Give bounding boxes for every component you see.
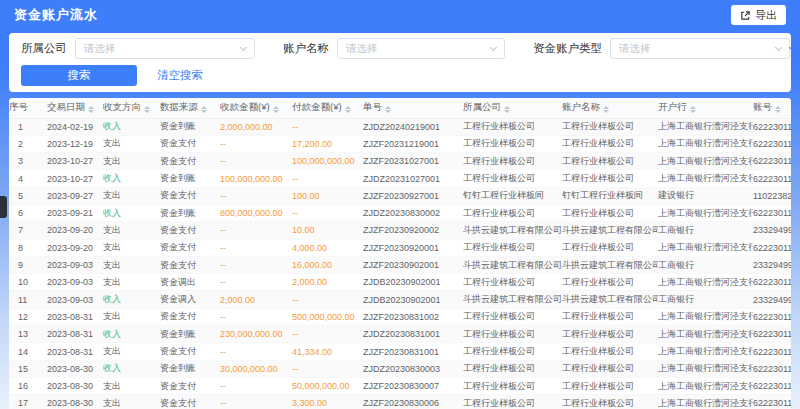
account-name-select[interactable]: 请选择 (337, 38, 505, 59)
table-row[interactable]: 6 2023-09-21 收入 资金到账 800,000,000.00 -- Z… (9, 204, 791, 221)
column-header[interactable]: 单号 (363, 98, 463, 118)
cell-date: 2023-09-03 (47, 274, 103, 291)
cell-order-no: ZJZF20230902001 (363, 256, 463, 273)
company-select[interactable]: 请选择 (75, 38, 255, 59)
column-header-label: 收支方向 (103, 101, 141, 112)
column-header-label: 所属公司 (463, 101, 501, 112)
clear-search-button[interactable]: 清空搜索 (157, 68, 203, 83)
table-row[interactable]: 14 2023-08-31 支出 资金支付 -- 41,334.00 ZJZF2… (9, 343, 791, 360)
table-row[interactable]: 1 2024-02-19 收入 资金到账 2,000,000.00 -- ZJD… (9, 118, 791, 135)
cell-pay-amount: -- (292, 326, 363, 343)
cell-date: 2023-09-03 (47, 256, 103, 273)
cell-index: 10 (9, 274, 47, 291)
sort-icon[interactable] (504, 106, 510, 113)
sort-icon[interactable] (690, 106, 696, 113)
sort-icon[interactable] (144, 106, 150, 113)
column-header[interactable]: 所属公司 (463, 98, 562, 118)
direction-badge: 支出 (103, 242, 121, 252)
sort-icon[interactable] (603, 106, 609, 113)
table-row[interactable]: 17 2023-08-30 支出 资金支付 -- 3,300.00 ZJZF20… (9, 395, 791, 409)
table-row[interactable]: 3 2023-10-27 支出 资金支付 -- 100,000,000.00 Z… (9, 153, 791, 170)
column-header[interactable]: 收支方向 (103, 98, 160, 118)
cell-receive-amount: 2,000,000.00 (220, 118, 292, 135)
filter-account-name: 账户名称 请选择 (283, 38, 505, 59)
cell-source: 资金到账 (160, 360, 220, 377)
account-type-select[interactable]: 请选择 (610, 38, 790, 59)
column-header[interactable]: 交易日期 (47, 98, 103, 118)
cell-account-no: 622230111 (753, 377, 791, 394)
cell-bank: 上海工商银行漕河泾支行 (658, 360, 753, 377)
column-header[interactable]: 收款金额(¥) (220, 98, 292, 118)
cell-bank: 上海工商银行漕河泾支行 (658, 135, 753, 152)
sort-icon[interactable] (88, 106, 94, 113)
column-header[interactable]: 账号 (753, 98, 791, 118)
sort-icon[interactable] (385, 106, 391, 113)
column-header[interactable]: 账户名称 (562, 98, 658, 118)
table-row[interactable]: 4 2023-10-27 收入 资金到账 100,000,000.00 -- Z… (9, 170, 791, 187)
table-row[interactable]: 10 2023-09-03 支出 资金调出 -- 2,000.00 ZJDB20… (9, 274, 791, 291)
direction-badge: 收入 (103, 208, 121, 218)
direction-badge: 支出 (103, 381, 121, 391)
cell-direction: 支出 (103, 256, 160, 273)
cell-source: 资金支付 (160, 343, 220, 360)
cell-direction: 收入 (103, 360, 160, 377)
cell-direction: 支出 (103, 153, 160, 170)
sort-icon[interactable] (201, 106, 207, 113)
column-header-label: 账户名称 (562, 101, 600, 112)
cell-date: 2023-09-20 (47, 222, 103, 239)
cell-pay-amount: 10.00 (292, 222, 363, 239)
filter-account-type: 资金账户类型 请选择 (533, 38, 790, 59)
account-name-placeholder: 请选择 (346, 42, 378, 56)
cell-receive-amount: -- (220, 395, 292, 409)
cell-account-no: 622230111 (753, 118, 791, 135)
expand-filters-link[interactable]: 展开筛选 (790, 41, 800, 56)
table-row[interactable]: 13 2023-08-31 收入 资金到账 230,000,000.00 -- … (9, 326, 791, 343)
export-button[interactable]: 导出 (731, 5, 786, 25)
cell-pay-amount: -- (292, 118, 363, 135)
cell-index: 2 (9, 135, 47, 152)
table-row[interactable]: 7 2023-09-20 支出 资金支付 -- 10.00 ZJZF202309… (9, 222, 791, 239)
table-row[interactable]: 16 2023-08-30 支出 资金支付 -- 50,000,000.00 Z… (9, 377, 791, 394)
cell-account-name: 工程行业样板公司 (562, 239, 658, 256)
cell-pay-amount: 100.00 (292, 187, 363, 204)
table-row[interactable]: 11 2023-09-03 收入 资金调入 2,000.00 -- ZJDB20… (9, 291, 791, 308)
side-float-tab[interactable] (0, 196, 7, 218)
direction-badge: 支出 (103, 156, 121, 166)
direction-badge: 支出 (103, 346, 121, 356)
cell-receive-amount: 230,000,000.00 (220, 326, 292, 343)
cell-account-no: 622230111 (753, 308, 791, 325)
cell-date: 2023-10-27 (47, 153, 103, 170)
sort-icon[interactable] (345, 106, 351, 113)
cell-receive-amount: -- (220, 343, 292, 360)
column-header[interactable]: 开户行 (658, 98, 753, 118)
cell-bank: 上海工商银行漕河泾支行 (658, 239, 753, 256)
cell-order-no: ZJDZ20230831001 (363, 326, 463, 343)
table-row[interactable]: 15 2023-08-30 收入 资金到账 30,000,000.00 -- Z… (9, 360, 791, 377)
sort-icon[interactable] (775, 106, 781, 113)
cell-account-no: 622230111 (753, 204, 791, 221)
company-label: 所属公司 (21, 41, 67, 56)
search-button[interactable]: 搜索 (21, 65, 137, 86)
column-header[interactable]: 付款金额(¥) (292, 98, 363, 118)
cell-index: 8 (9, 239, 47, 256)
account-name-label: 账户名称 (283, 41, 329, 56)
column-header[interactable]: 序号 (9, 98, 47, 118)
table-row[interactable]: 12 2023-08-31 支出 资金支付 -- 500,000,000.00 … (9, 308, 791, 325)
cell-account-name: 工程行业样板公司 (562, 118, 658, 135)
cell-pay-amount: -- (292, 204, 363, 221)
cell-bank: 工商银行 (658, 256, 753, 273)
cell-bank: 工商银行 (658, 222, 753, 239)
cell-bank: 上海工商银行漕河泾支行 (658, 118, 753, 135)
sort-icon[interactable] (273, 106, 279, 113)
table-row[interactable]: 5 2023-09-27 支出 资金支付 -- 100.00 ZJZF20230… (9, 187, 791, 204)
table-row[interactable]: 8 2023-09-20 支出 资金支付 -- 4,000.00 ZJZF202… (9, 239, 791, 256)
top-bar: 资金账户流水 导出 (0, 0, 800, 30)
transactions-table: 序号 交易日期 收支方向 数据来源 收款金额(¥) 付款金额(¥) 单号 所属 (9, 98, 791, 409)
column-header[interactable]: 数据来源 (160, 98, 220, 118)
cell-bank: 上海工商银行漕河泾支行 (658, 343, 753, 360)
cell-index: 15 (9, 360, 47, 377)
table-row[interactable]: 9 2023-09-03 支出 资金支付 -- 16,000.00 ZJZF20… (9, 256, 791, 273)
cell-date: 2023-08-30 (47, 377, 103, 394)
cell-order-no: ZJDB20230902001 (363, 291, 463, 308)
table-row[interactable]: 2 2023-12-19 支出 资金支付 -- 17,200.00 ZJZF20… (9, 135, 791, 152)
